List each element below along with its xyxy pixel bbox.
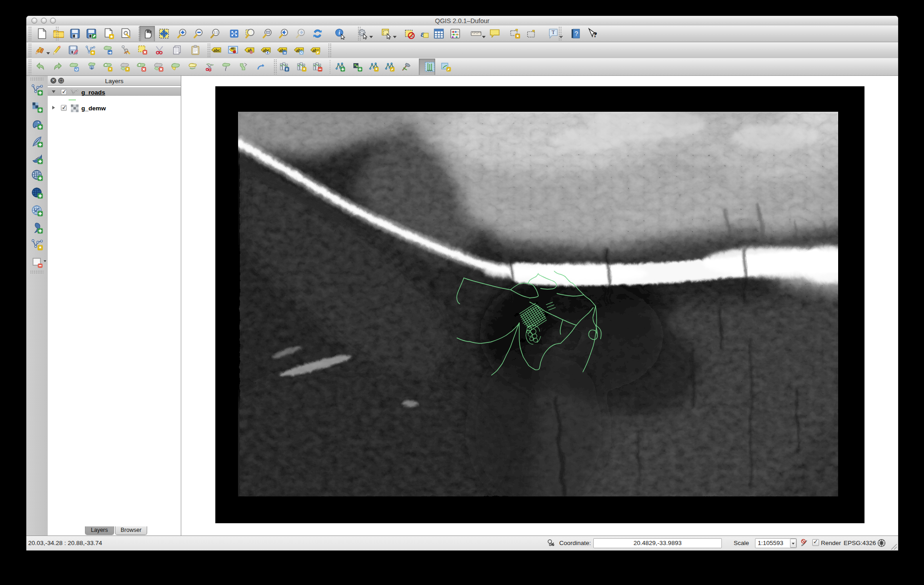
svg-text:ab: ab [231,47,234,50]
svg-text:T: T [551,29,555,35]
svg-text:?: ? [593,30,597,39]
svg-text:1:1: 1:1 [214,31,218,34]
svg-text:?: ? [575,30,578,37]
svg-text:abc: abc [214,48,220,53]
svg-text:ε: ε [421,30,424,39]
